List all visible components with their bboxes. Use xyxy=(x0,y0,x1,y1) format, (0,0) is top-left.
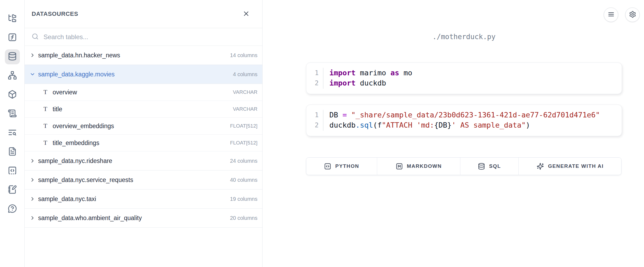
chevron-down-icon xyxy=(30,71,35,77)
column-name: title xyxy=(53,106,233,113)
message-question-icon xyxy=(8,204,17,214)
column-row[interactable]: Toverview_embeddingsFLOAT[512] xyxy=(25,118,262,135)
table-column-count: 24 columns xyxy=(230,158,257,164)
table-column-count: 20 columns xyxy=(230,215,257,221)
text-type-icon: T xyxy=(41,139,49,146)
table-column-count: 19 columns xyxy=(230,196,257,202)
add-cell-button-sql[interactable]: SQL xyxy=(460,158,519,175)
add-cell-button-markdown[interactable]: MARKDOWN xyxy=(377,158,460,175)
gear-icon xyxy=(629,11,636,19)
sidebar-item-tracebacks[interactable] xyxy=(5,125,20,140)
table-row[interactable]: sample_data.nyc.service_requests40 colum… xyxy=(25,170,262,190)
panel-header: DATASOURCES xyxy=(25,0,262,28)
column-row[interactable]: ToverviewVARCHAR xyxy=(25,84,262,101)
column-row[interactable]: Ttitle_embeddingsFLOAT[512] xyxy=(25,135,262,151)
box-icon xyxy=(8,90,17,100)
network-icon xyxy=(8,71,17,81)
list-search-icon xyxy=(8,128,17,138)
table-column-count: 14 columns xyxy=(230,52,257,58)
code-line: import duckdb xyxy=(329,78,412,88)
search-icon xyxy=(32,33,39,41)
add-cell-button-generate-with-ai[interactable]: GENERATE WITH AI xyxy=(519,158,621,175)
database-icon xyxy=(478,163,485,170)
close-icon xyxy=(242,10,250,18)
table-name: sample_data.nyc.taxi xyxy=(38,195,230,203)
datasources-panel: DATASOURCES sample_data.hn.hacker_news14… xyxy=(25,0,263,267)
table-name: sample_data.hn.hacker_news xyxy=(38,52,230,59)
code-square-dashed-icon xyxy=(8,166,17,176)
table-row[interactable]: sample_data.hn.hacker_news14 columns xyxy=(25,46,262,65)
sidebar-item-help[interactable] xyxy=(5,202,20,217)
cell-line-numbers: 12 xyxy=(306,110,323,131)
code-cell[interactable]: 12DB = "_share/sample_data/23b0d623-1361… xyxy=(306,105,622,136)
table-column-count: 4 columns xyxy=(233,71,257,77)
code-line: DB = "_share/sample_data/23b0d623-1361-4… xyxy=(329,110,600,120)
sidebar-item-snippets[interactable] xyxy=(5,164,20,179)
cell-editor[interactable]: DB = "_share/sample_data/23b0d623-1361-4… xyxy=(323,110,600,131)
table-name: sample_data.who.ambient_air_quality xyxy=(38,214,230,222)
table-row[interactable]: sample_data.who.ambient_air_quality20 co… xyxy=(25,209,262,228)
line-number: 2 xyxy=(315,78,319,88)
chevron-right-icon xyxy=(30,158,35,164)
panel-title: DATASOURCES xyxy=(32,10,78,17)
text-type-icon: T xyxy=(41,123,49,129)
function-square-icon xyxy=(8,33,17,43)
notebook-content: ./motherduck.py 12import marimo as moimp… xyxy=(306,0,622,41)
sidebar-item-logs[interactable] xyxy=(5,106,20,121)
text-type-icon: T xyxy=(41,89,49,96)
text-type-icon: T xyxy=(41,106,49,113)
sparkles-icon xyxy=(537,163,544,170)
file-text-icon xyxy=(8,147,17,157)
chevron-right-icon xyxy=(30,196,35,202)
chevron-right-icon xyxy=(30,215,35,221)
column-type: FLOAT[512] xyxy=(230,140,257,146)
code-line: duckdb.sql(f"ATTACH 'md:{DB}' AS sample_… xyxy=(329,120,600,130)
close-panel-button[interactable] xyxy=(241,9,251,19)
table-name: sample_data.kaggle.movies xyxy=(38,71,233,78)
table-name: sample_data.nyc.service_requests xyxy=(38,176,230,184)
chevron-right-icon xyxy=(30,177,35,183)
sidebar-item-file-explorer[interactable] xyxy=(5,11,20,26)
code-cell[interactable]: 12import marimo as moimport duckdb xyxy=(306,62,622,94)
notebook-filename: ./motherduck.py xyxy=(306,33,622,41)
sidebar-item-datasources[interactable] xyxy=(5,49,20,64)
column-row[interactable]: TtitleVARCHAR xyxy=(25,101,262,118)
table-name: sample_data.nyc.rideshare xyxy=(38,157,230,165)
table-row[interactable]: sample_data.kaggle.movies4 columns xyxy=(25,65,262,84)
settings-button[interactable] xyxy=(625,8,640,22)
code-square-icon xyxy=(324,163,331,170)
cell-line-numbers: 12 xyxy=(306,68,323,89)
chevron-right-icon xyxy=(30,52,35,58)
sidebar-item-dependency-graph[interactable] xyxy=(5,68,20,83)
line-number: 2 xyxy=(315,120,319,130)
markdown-square-icon xyxy=(396,163,403,170)
folder-tree-icon xyxy=(8,14,17,24)
table-row[interactable]: sample_data.nyc.taxi19 columns xyxy=(25,190,262,209)
sidebar-item-scratchpad[interactable] xyxy=(5,183,20,198)
add-cell-button-label: PYTHON xyxy=(335,163,359,169)
notebook-area: ./motherduck.py 12import marimo as moimp… xyxy=(263,0,644,267)
column-type: VARCHAR xyxy=(233,89,258,95)
cell-editor[interactable]: import marimo as moimport duckdb xyxy=(323,68,412,89)
table-column-count: 40 columns xyxy=(230,177,257,183)
search-row xyxy=(25,28,262,46)
sidebar-item-documentation[interactable] xyxy=(5,144,20,160)
column-name: title_embeddings xyxy=(53,139,230,147)
scroll-text-icon xyxy=(8,109,17,119)
sidebar-item-variables[interactable] xyxy=(5,30,20,45)
left-icon-rail xyxy=(0,0,25,267)
add-cell-bar: PYTHONMARKDOWNSQLGENERATE WITH AI xyxy=(306,157,621,175)
column-name: overview xyxy=(53,89,233,96)
add-cell-button-python[interactable]: PYTHON xyxy=(306,158,377,175)
search-tables-input[interactable] xyxy=(43,33,257,41)
line-number: 1 xyxy=(315,68,319,78)
line-number: 1 xyxy=(315,110,319,120)
table-row[interactable]: sample_data.nyc.rideshare24 columns xyxy=(25,151,262,170)
column-name: overview_embeddings xyxy=(53,123,230,130)
column-type: VARCHAR xyxy=(233,106,258,112)
table-list: sample_data.hn.hacker_news14 columnssamp… xyxy=(25,46,262,228)
add-cell-button-label: MARKDOWN xyxy=(407,163,442,169)
sidebar-item-packages[interactable] xyxy=(5,87,20,102)
notebook-pen-icon xyxy=(8,185,17,195)
marimo-app: DATASOURCES sample_data.hn.hacker_news14… xyxy=(0,0,644,267)
